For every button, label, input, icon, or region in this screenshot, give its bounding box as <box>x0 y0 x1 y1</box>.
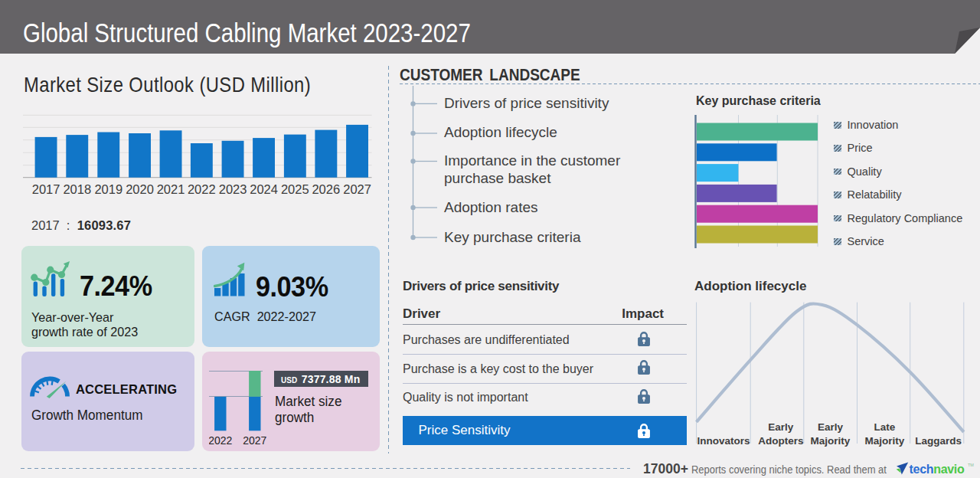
svg-text:Early: Early <box>818 421 844 433</box>
svg-text:2021: 2021 <box>157 182 185 196</box>
svg-text:2026: 2026 <box>312 182 340 196</box>
svg-text:2018: 2018 <box>63 182 91 196</box>
svg-text:Majority: Majority <box>811 435 851 447</box>
svg-text:Adopters: Adopters <box>758 435 803 447</box>
svg-text:2022: 2022 <box>188 182 216 196</box>
svg-text:Laggards: Laggards <box>915 435 962 447</box>
svg-text:Early: Early <box>768 421 794 433</box>
svg-text:2020: 2020 <box>126 182 154 196</box>
svg-text:Innovators: Innovators <box>697 435 750 447</box>
svg-text:Majority: Majority <box>865 435 905 447</box>
svg-text:Late: Late <box>874 421 896 433</box>
svg-text:2022: 2022 <box>209 434 233 447</box>
svg-text:2023: 2023 <box>219 182 247 196</box>
svg-text:2024: 2024 <box>250 182 278 196</box>
svg-text:2027: 2027 <box>343 182 371 196</box>
svg-text:TM: TM <box>968 463 974 467</box>
svg-text:2025: 2025 <box>281 182 309 196</box>
svg-text:2027: 2027 <box>243 434 266 447</box>
svg-text:2017: 2017 <box>32 182 60 196</box>
svg-text:technavio: technavio <box>910 463 965 476</box>
svg-text:2019: 2019 <box>94 182 122 196</box>
